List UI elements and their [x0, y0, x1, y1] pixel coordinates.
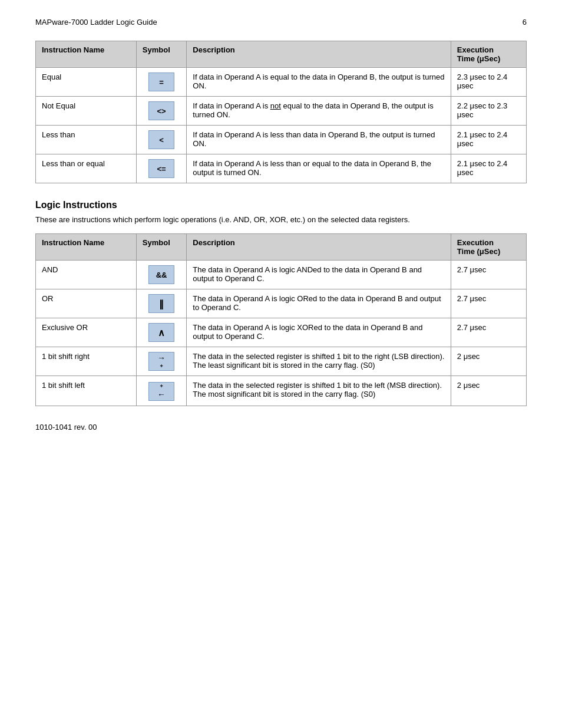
symbol-icon: <: [148, 130, 174, 149]
th-instruction-name-1: Instruction Name: [36, 41, 137, 68]
th-symbol-2: Symbol: [136, 234, 186, 261]
exec-time: 2.1 μsec to 2.4 μsec: [451, 126, 526, 154]
instr-name: OR: [36, 289, 137, 318]
th-instruction-name-2: Instruction Name: [36, 234, 137, 261]
symbol-cell: + ←: [136, 376, 186, 406]
table-row: OR ‖ The data in Operand A is logic ORed…: [36, 289, 527, 318]
th-execution-1: ExecutionTime (μSec): [451, 41, 526, 68]
th-symbol-1: Symbol: [136, 41, 186, 68]
exec-time: 2.7 μsec: [451, 289, 526, 318]
symbol-cell: <: [136, 126, 186, 154]
symbol-icon: =: [148, 73, 174, 91]
table-row: Equal = If data in Operand A is equal to…: [36, 68, 527, 97]
instr-desc: The data in the selected register is shi…: [187, 376, 451, 406]
exec-time: 2.1 μsec to 2.4 μsec: [451, 154, 526, 183]
page-footer: 1010-1041 rev. 00: [35, 423, 527, 431]
symbol-icon: + ←: [148, 382, 174, 401]
symbol-icon: <=: [148, 159, 174, 178]
th-description-2: Description: [187, 234, 451, 261]
instr-name: Less than or equal: [36, 154, 137, 183]
logic-section-desc: These are instructions which perform log…: [35, 215, 527, 224]
table-row: AND && The data in Operand A is logic AN…: [36, 261, 527, 289]
exec-time: 2 μsec: [451, 347, 526, 376]
table-row: Not Equal <> If data in Operand A is not…: [36, 97, 527, 126]
comparison-table: Instruction Name Symbol Description Exec…: [35, 41, 527, 183]
symbol-cell: <=: [136, 154, 186, 183]
symbol-cell: &&: [136, 261, 186, 289]
exec-time: 2.2 μsec to 2.3 μsec: [451, 97, 526, 126]
doc-title: MAPware-7000 Ladder Logic Guide: [35, 18, 157, 27]
logic-section-title: Logic Instructions: [35, 200, 527, 210]
doc-number: 1010-1041 rev. 00: [35, 423, 97, 431]
table-row: 1 bit shift right → + The data in the se…: [36, 347, 527, 376]
instr-name: AND: [36, 261, 137, 289]
table-row: Exclusive OR ∧ The data in Operand A is …: [36, 318, 527, 347]
instr-desc: If data in Operand A is equal to the dat…: [187, 68, 451, 97]
instr-name: Equal: [36, 68, 137, 97]
instr-name: Less than: [36, 126, 137, 154]
exec-time: 2.7 μsec: [451, 261, 526, 289]
instr-name: Not Equal: [36, 97, 137, 126]
instr-desc: If data in Operand A is less than data i…: [187, 126, 451, 154]
instr-desc: If data in Operand A is not equal to the…: [187, 97, 451, 126]
instr-name: 1 bit shift right: [36, 347, 137, 376]
symbol-cell: → +: [136, 347, 186, 376]
symbol-cell: <>: [136, 97, 186, 126]
symbol-icon: ∧: [148, 323, 174, 342]
symbol-cell: ∧: [136, 318, 186, 347]
instr-name: 1 bit shift left: [36, 376, 137, 406]
th-description-1: Description: [187, 41, 451, 68]
table-row: 1 bit shift left + ← The data in the sel…: [36, 376, 527, 406]
symbol-icon: ‖: [148, 294, 174, 313]
instr-desc: The data in Operand A is logic XORed to …: [187, 318, 451, 347]
instr-desc: The data in Operand A is logic ANDed to …: [187, 261, 451, 289]
instr-desc: The data in Operand A is logic ORed to t…: [187, 289, 451, 318]
exec-time: 2 μsec: [451, 376, 526, 406]
symbol-icon: <>: [148, 101, 174, 120]
exec-time: 2.7 μsec: [451, 318, 526, 347]
instr-desc: If data in Operand A is less than or equ…: [187, 154, 451, 183]
logic-table: Instruction Name Symbol Description Exec…: [35, 233, 527, 406]
symbol-icon: → +: [148, 352, 174, 371]
page-number: 6: [523, 18, 527, 27]
th-execution-2: ExecutionTime (μSec): [451, 234, 526, 261]
table-row: Less than < If data in Operand A is less…: [36, 126, 527, 154]
exec-time: 2.3 μsec to 2.4 μsec: [451, 68, 526, 97]
symbol-cell: ‖: [136, 289, 186, 318]
instr-name: Exclusive OR: [36, 318, 137, 347]
symbol-icon: &&: [148, 265, 174, 284]
page-header: MAPware-7000 Ladder Logic Guide 6: [35, 18, 527, 27]
symbol-cell: =: [136, 68, 186, 97]
instr-desc: The data in the selected register is shi…: [187, 347, 451, 376]
table-row: Less than or equal <= If data in Operand…: [36, 154, 527, 183]
